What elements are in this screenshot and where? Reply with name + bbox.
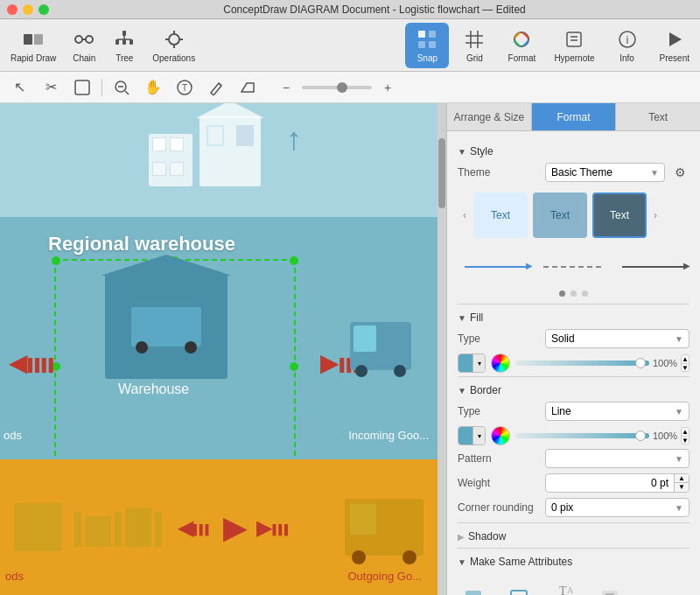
pan-tool[interactable]: ✋ [141, 75, 165, 100]
eraser-tool[interactable] [235, 75, 260, 100]
toolbar-present[interactable]: Present [653, 23, 696, 68]
shadow-section-header: ▶ Shadow [458, 530, 690, 542]
fill-color-wheel[interactable] [491, 354, 510, 373]
corner-rounding-arrow: ▼ [675, 503, 683, 513]
divider-3 [458, 522, 690, 523]
snap-icon [415, 27, 439, 52]
right-truck [350, 322, 411, 370]
bottom-goods-label: ods [5, 570, 24, 583]
zoom-out-tool[interactable] [109, 75, 134, 100]
svg-rect-1 [34, 34, 43, 45]
fill-type-control: Solid ▼ [545, 329, 690, 348]
make-same-fill[interactable]: Fill [458, 584, 493, 596]
svg-text:i: i [626, 33, 628, 46]
fill-opacity-down[interactable]: ▼ [682, 364, 689, 372]
canvas-scrollbar[interactable] [438, 103, 446, 595]
fill-slider-track[interactable] [515, 360, 649, 366]
theme-dropdown[interactable]: Basic Theme ▼ [545, 163, 665, 182]
weight-stepper-up[interactable]: ▲ [675, 474, 689, 483]
make-same-all[interactable]: All [594, 584, 629, 596]
svg-rect-39 [466, 591, 481, 596]
tab-arrange-size[interactable]: Arrange & Size [447, 103, 532, 130]
style-collapse-arrow[interactable]: ▼ [458, 147, 466, 157]
border-collapse-arrow[interactable]: ▼ [458, 386, 466, 396]
theme-control: Basic Theme ▼ ⚙ [545, 163, 690, 182]
svg-marker-30 [669, 32, 682, 46]
fill-color-swatch[interactable]: ▾ [458, 354, 486, 373]
cursor-tool[interactable]: ↖ [7, 75, 32, 100]
border-opacity-down[interactable]: ▼ [682, 437, 689, 444]
border-slider-track[interactable] [515, 433, 649, 438]
border-slider-thumb [635, 430, 646, 441]
scrollbar-thumb[interactable] [438, 138, 445, 208]
border-color-swatch[interactable]: ▾ [458, 426, 486, 445]
swatch-scroll-left[interactable]: ‹ [458, 192, 472, 238]
warehouse-label: Warehouse [118, 382, 189, 397]
toolbar-tree[interactable]: Tree [105, 23, 144, 68]
make-same-text-icon: T A [554, 578, 578, 595]
line-swatch-solid-arrow[interactable]: ▶ [460, 254, 530, 280]
border-type-arrow: ▼ [675, 407, 683, 416]
text-tool[interactable]: T [172, 75, 197, 100]
swatch-light[interactable]: Text [473, 192, 528, 238]
tab-format[interactable]: Format [532, 103, 617, 130]
zoom-plus[interactable]: + [375, 75, 400, 100]
toolbar-chain[interactable]: Chain [65, 23, 103, 68]
hypernote-label: Hypernote [554, 53, 594, 63]
shadow-expand-arrow[interactable]: ▶ [458, 532, 465, 542]
pen-tool[interactable] [204, 75, 228, 100]
line-swatch-arrow[interactable]: ▶ [618, 254, 688, 280]
corner-rounding-dropdown[interactable]: 0 pix ▼ [545, 498, 690, 517]
format-toolbar-label: Format [508, 53, 536, 63]
svg-line-37 [219, 83, 221, 86]
svg-rect-17 [429, 31, 436, 38]
fill-opacity-up[interactable]: ▲ [682, 355, 689, 364]
weight-stepper-down[interactable]: ▼ [675, 483, 689, 492]
zoom-slider-container: − + [274, 75, 400, 100]
toolbar-info[interactable]: i Info [606, 23, 649, 68]
toolbar-snap[interactable]: Snap [405, 23, 449, 68]
scissors-tool[interactable]: ✂ [38, 75, 63, 100]
fill-type-dropdown[interactable]: Solid ▼ [545, 329, 690, 348]
chain-icon [72, 27, 96, 52]
main-content: ↑ Regional warehouse ◀▌▌▌▌ [0, 103, 700, 595]
divider-2 [458, 376, 690, 377]
panel-tabs: Arrange & Size Format Text [447, 103, 700, 131]
border-pattern-dropdown[interactable]: ▼ [545, 449, 690, 468]
make-same-arrow[interactable]: ▼ [458, 557, 466, 567]
make-same-items: Fill Border T A [458, 573, 690, 595]
style-section-header: ▼ Style [458, 145, 690, 158]
tab-text[interactable]: Text [616, 103, 700, 130]
theme-settings-button[interactable]: ⚙ [670, 163, 690, 182]
toolbar-grid[interactable]: Grid [452, 23, 496, 68]
rapid-draw-icon [21, 27, 46, 52]
make-same-border-icon [508, 584, 533, 596]
border-type-dropdown[interactable]: Line ▼ [545, 402, 690, 421]
make-same-fill-icon [463, 584, 487, 596]
dot-1 [559, 290, 565, 297]
make-same-text-format[interactable]: T A TextFormat [549, 578, 584, 595]
border-weight-stepper[interactable]: 0 pt ▲ ▼ [545, 473, 690, 493]
zoom-slider[interactable] [302, 86, 372, 89]
container-tool[interactable] [70, 75, 94, 100]
swatch-scroll-right[interactable]: › [648, 192, 662, 238]
fill-color-main [458, 354, 472, 372]
toolbar-rapid-draw[interactable]: Rapid Draw [4, 23, 63, 68]
toolbar-operations[interactable]: Operations [145, 23, 202, 68]
zoom-minus[interactable]: − [274, 75, 298, 100]
svg-text:A: A [567, 585, 574, 595]
style-swatches: Text Text Text [473, 192, 647, 238]
fill-collapse-arrow[interactable]: ▼ [458, 313, 466, 323]
grid-label: Grid [466, 53, 483, 63]
border-pattern-control: ▼ [545, 449, 690, 468]
swatch-dark[interactable]: Text [592, 192, 647, 238]
border-opacity-up[interactable]: ▲ [682, 428, 689, 437]
border-color-main [458, 427, 472, 444]
make-same-border[interactable]: Border [503, 584, 538, 596]
border-color-wheel[interactable] [491, 426, 510, 445]
swatch-mid[interactable]: Text [533, 192, 587, 238]
canvas[interactable]: ↑ Regional warehouse ◀▌▌▌▌ [0, 103, 438, 595]
toolbar-hypernote[interactable]: Hypernote [547, 23, 601, 68]
line-swatch-dashed[interactable] [539, 254, 609, 280]
toolbar-format[interactable]: Format [500, 23, 543, 68]
